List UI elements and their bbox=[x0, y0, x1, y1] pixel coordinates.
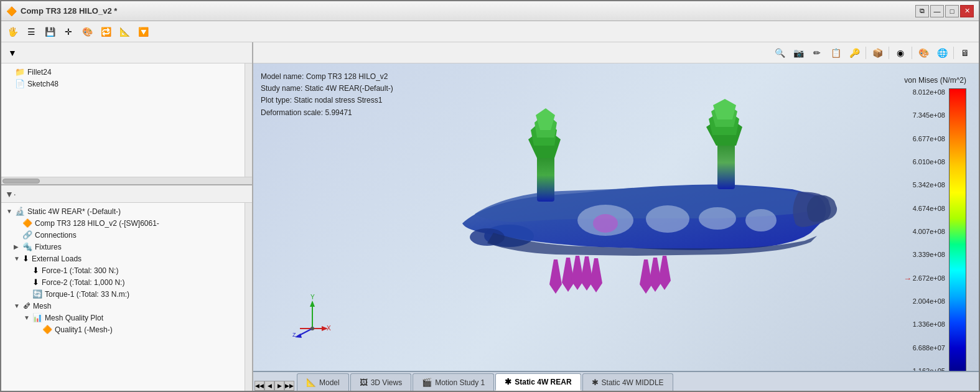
tab-model-label: Model bbox=[319, 378, 340, 387]
crosshair-button[interactable]: ✛ bbox=[60, 24, 77, 40]
fixtures-icon: 🔩 bbox=[22, 242, 32, 251]
svg-text:Y: Y bbox=[310, 294, 315, 301]
box-button[interactable]: 📦 bbox=[869, 45, 886, 61]
tree-item-force2[interactable]: ⬇ Force-2 (:Total: 1,000 N:) bbox=[4, 276, 242, 288]
save-button[interactable]: 💾 bbox=[41, 24, 58, 40]
key-button[interactable]: 🔑 bbox=[846, 45, 863, 61]
rotate-button[interactable]: 🔁 bbox=[97, 24, 114, 40]
mesh-icon: 🗞 bbox=[22, 301, 30, 310]
simulation-tree[interactable]: ▼ 🔬 Static 4W REAR* (-Default-) 🔶 Comp T… bbox=[1, 203, 245, 391]
tab-nav-last[interactable]: ▶▶ bbox=[284, 381, 294, 391]
list-button[interactable]: ☰ bbox=[22, 24, 40, 40]
colorbar-labels: 8.012e+08 7.345e+08 6.677e+08 6.010e+08 … bbox=[913, 88, 945, 371]
tree-item-part[interactable]: 🔶 Comp TR3 128 HILO_v2 (-[SW]6061- bbox=[4, 217, 242, 229]
tab-3dviews-icon: 🖼 bbox=[360, 378, 368, 387]
tab-static-4w-middle[interactable]: ✱ Static 4W MIDDLE bbox=[582, 373, 673, 391]
tree-item-fillet[interactable]: 📁 Fillet24 bbox=[4, 66, 242, 78]
app-icon: 🔶 bbox=[6, 6, 17, 16]
ext-loads-label: External Loads bbox=[32, 254, 82, 263]
title-bar: 🔶 Comp TR3 128 HILO_v2 * ⧉ — □ ✕ bbox=[1, 1, 979, 21]
filter-icon: ▼· bbox=[5, 189, 16, 199]
colorbar-val-8: 2.672e+08 bbox=[913, 274, 945, 282]
colorbar-val-7: 3.339e+08 bbox=[913, 251, 945, 258]
tree-item-mesh-quality-plot[interactable]: ▼ 📊 Mesh Quality Plot bbox=[4, 312, 242, 324]
camera-button[interactable]: 📷 bbox=[790, 45, 807, 61]
tab-motion-label: Motion Study 1 bbox=[435, 378, 485, 387]
fillet-label: Fillet24 bbox=[27, 68, 52, 77]
tab-middle-label: Static 4W MIDDLE bbox=[602, 378, 664, 387]
tree-item-fixtures[interactable]: ▶ 🔩 Fixtures bbox=[4, 241, 242, 253]
fixtures-label: Fixtures bbox=[35, 243, 62, 251]
main-area: ▼ 📁 Fillet24 📄 Sketch48 bbox=[1, 42, 979, 391]
fillet-icon: 📁 bbox=[15, 67, 25, 77]
tab-nav-prev[interactable]: ◀ bbox=[264, 381, 274, 391]
colorbar-val-1: 7.345e+08 bbox=[913, 111, 945, 119]
tree-item-sketch[interactable]: 📄 Sketch48 bbox=[4, 78, 242, 90]
color-button[interactable]: 🎨 bbox=[78, 24, 96, 40]
feature-tree-hscrollbar[interactable] bbox=[1, 177, 252, 184]
svg-point-14 bbox=[699, 207, 736, 230]
sketch-label: Sketch48 bbox=[27, 80, 58, 88]
tab-static-4w-rear[interactable]: ✱ Static 4W REAR bbox=[495, 373, 581, 391]
filter-button[interactable]: ▼ bbox=[4, 45, 21, 61]
deformation-text: Deformation scale: 5.99471 bbox=[261, 107, 393, 119]
window-title: Comp TR3 128 HILO_v2 * bbox=[21, 6, 117, 16]
display-button[interactable]: 🖥 bbox=[956, 45, 974, 61]
globe-button[interactable]: 🌐 bbox=[933, 45, 951, 61]
maximize-button[interactable]: □ bbox=[945, 5, 959, 17]
hscroll-thumb[interactable] bbox=[2, 179, 40, 184]
part-icon: 🔶 bbox=[22, 218, 32, 228]
sim-tree-scrollbar[interactable] bbox=[245, 203, 252, 391]
model-info: Model name: Comp TR3 128 HILO_v2 Study n… bbox=[261, 71, 393, 119]
clipboard-button[interactable]: 📋 bbox=[827, 45, 844, 61]
force1-icon: ⬇ bbox=[32, 266, 39, 275]
tab-nav-first[interactable]: ◀◀ bbox=[254, 381, 264, 391]
mesh-quality-label: Mesh Quality Plot bbox=[45, 314, 103, 322]
colorbar-val-5: 4.674e+08 bbox=[913, 205, 945, 212]
study-label: Static 4W REAR* (-Default-) bbox=[27, 207, 121, 216]
colorbar-val-12: 1.162e+05 bbox=[913, 367, 945, 371]
mesh-quality-icon: 📊 bbox=[32, 313, 42, 322]
restore-button[interactable]: ⧉ bbox=[915, 5, 929, 17]
tree-item-study[interactable]: ▼ 🔬 Static 4W REAR* (-Default-) bbox=[4, 205, 242, 217]
palette-button[interactable]: 🎨 bbox=[915, 45, 932, 61]
tree-item-mesh[interactable]: ▼ 🗞 Mesh bbox=[4, 300, 242, 312]
quality1-icon: 🔶 bbox=[42, 325, 52, 334]
force2-label: Force-2 (:Total: 1,000 N:) bbox=[42, 278, 124, 287]
yield-arrow-indicator: → bbox=[903, 274, 912, 283]
3d-model bbox=[413, 99, 848, 335]
minimize-button[interactable]: — bbox=[930, 5, 944, 17]
svg-text:X: X bbox=[327, 325, 331, 332]
close-button[interactable]: ✕ bbox=[960, 5, 974, 17]
tab-3dviews[interactable]: 🖼 3D Views bbox=[350, 373, 411, 391]
eye-button[interactable]: ◉ bbox=[892, 45, 909, 61]
tree-item-connections[interactable]: 🔗 Connections bbox=[4, 229, 242, 241]
tree-item-quality1[interactable]: 🔶 Quality1 (-Mesh-) bbox=[4, 324, 242, 335]
tree-item-force1[interactable]: ⬇ Force-1 (:Total: 300 N:) bbox=[4, 264, 242, 276]
title-bar-left: 🔶 Comp TR3 128 HILO_v2 * bbox=[6, 6, 117, 16]
viewport[interactable]: Model name: Comp TR3 128 HILO_v2 Study n… bbox=[253, 63, 979, 371]
edit-button[interactable]: ✏ bbox=[808, 45, 826, 61]
part-label: Comp TR3 128 HILO_v2 (-[SW]6061- bbox=[35, 219, 159, 228]
main-toolbar: 🖐 ☰ 💾 ✛ 🎨 🔁 📐 🔽 bbox=[1, 21, 979, 42]
svg-point-18 bbox=[593, 214, 618, 233]
colorbar-val-10: 1.336e+08 bbox=[913, 320, 945, 328]
sep1 bbox=[866, 47, 866, 59]
tree-item-external-loads[interactable]: ▼ ⬇ External Loads bbox=[4, 253, 242, 264]
svg-marker-22 bbox=[581, 256, 593, 291]
measure-button[interactable]: 📐 bbox=[116, 24, 133, 40]
right-panel: 🔍 📷 ✏ 📋 🔑 📦 ◉ 🎨 🌐 🖥 Model name: Co bbox=[253, 42, 979, 391]
tab-motion-study[interactable]: 🎬 Motion Study 1 bbox=[413, 373, 494, 391]
dropdown-button[interactable]: 🔽 bbox=[134, 24, 152, 40]
colorbar-val-11: 6.688e+07 bbox=[913, 344, 945, 352]
tree-item-torque1[interactable]: 🔄 Torque-1 (:Total: 33 N.m:) bbox=[4, 288, 242, 300]
quality1-label: Quality1 (-Mesh-) bbox=[55, 325, 113, 334]
hand-tool-button[interactable]: 🖐 bbox=[4, 24, 21, 40]
tab-model[interactable]: 📐 Model bbox=[297, 373, 349, 391]
tab-nav-next[interactable]: ▶ bbox=[274, 381, 284, 391]
svg-marker-21 bbox=[549, 259, 562, 294]
colorbar-val-6: 4.007e+08 bbox=[913, 228, 945, 235]
feature-tree-scrollbar[interactable] bbox=[245, 63, 252, 177]
feature-tree[interactable]: 📁 Fillet24 📄 Sketch48 bbox=[1, 63, 245, 177]
zoom-button[interactable]: 🔍 bbox=[771, 45, 788, 61]
